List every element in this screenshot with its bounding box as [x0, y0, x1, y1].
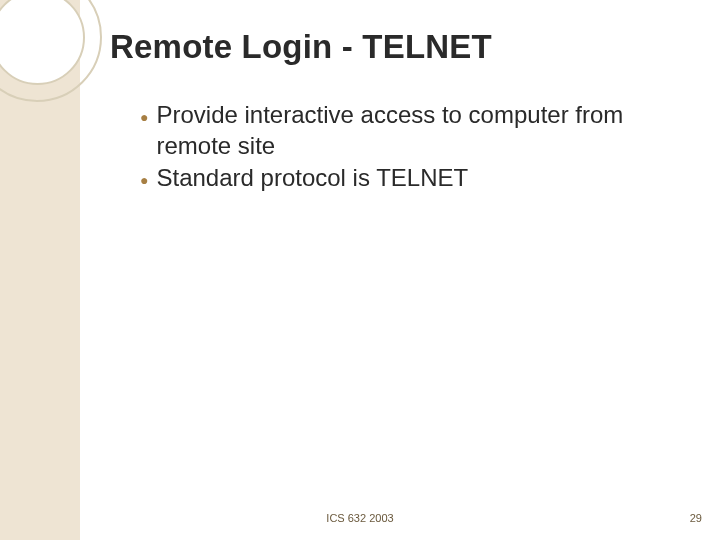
bullet-item: ● Standard protocol is TELNET [140, 163, 680, 194]
slide-title: Remote Login - TELNET [110, 28, 492, 66]
bullet-item: ● Provide interactive access to computer… [140, 100, 680, 161]
slide-content: ● Provide interactive access to computer… [140, 100, 680, 196]
bullet-text: Provide interactive access to computer f… [156, 100, 680, 161]
bullet-text: Standard protocol is TELNET [156, 163, 680, 194]
page-number: 29 [690, 512, 702, 524]
footer-course-label: ICS 632 2003 [0, 512, 720, 524]
bullet-marker-icon: ● [140, 172, 148, 190]
bullet-marker-icon: ● [140, 109, 148, 127]
